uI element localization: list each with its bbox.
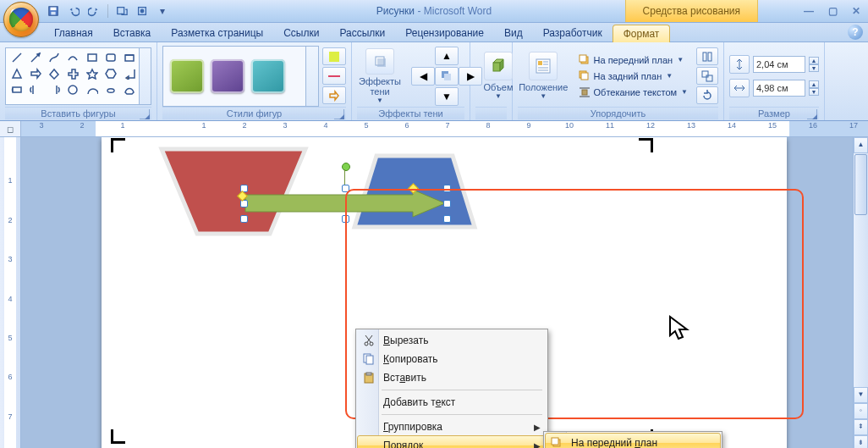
horizontal-ruler[interactable]: ◻ 3 2 1 1234567891011121314151617 [0, 121, 868, 137]
align-button[interactable] [696, 47, 718, 65]
margin-mark [111, 429, 125, 444]
send-to-back-button[interactable]: На задний план▼ [576, 69, 689, 84]
scroll-down-button[interactable]: ▼ [854, 387, 868, 403]
ctx-grouping[interactable]: Группировка▶ [358, 418, 546, 436]
tab-page-layout[interactable]: Разметка страницы [161, 25, 273, 41]
ctx-cut[interactable]: Вырезать [358, 331, 546, 350]
height-spinner[interactable]: ▲▼ [809, 57, 819, 72]
height-input[interactable]: 2,04 см [753, 56, 805, 73]
tab-developer[interactable]: Разработчик [533, 25, 613, 41]
office-button[interactable] [3, 2, 39, 37]
browse-object-button[interactable]: ◦ [854, 403, 868, 419]
ctx-copy[interactable]: Копировать [358, 350, 546, 368]
vertical-ruler[interactable]: 1234567 [0, 137, 21, 448]
resize-handle[interactable] [240, 215, 248, 223]
ctx-add-text[interactable]: Добавить текст [358, 393, 546, 412]
svg-rect-34 [580, 55, 586, 62]
rotate-handle[interactable] [342, 163, 350, 171]
text-wrap-icon [578, 86, 591, 99]
text-wrapping-button[interactable]: Обтекание текстом▼ [576, 85, 689, 100]
style-swatch-2[interactable] [211, 59, 244, 93]
tab-home[interactable]: Главная [44, 25, 103, 41]
tab-mailings[interactable]: Рассылки [329, 25, 395, 41]
shape-style-gallery[interactable] [162, 46, 319, 107]
svg-rect-40 [703, 53, 706, 61]
tab-references[interactable]: Ссылки [273, 25, 329, 41]
shadow-effects-button[interactable]: Эффекты тени ▼ [357, 47, 403, 106]
minimize-button[interactable]: — [802, 5, 816, 17]
dialog-launcher-icon[interactable] [807, 109, 817, 119]
next-page-button[interactable]: ⇟ [854, 435, 868, 448]
resize-handle[interactable] [443, 200, 451, 207]
ctx-bring-to-front[interactable]: На передний план [545, 433, 721, 448]
ribbon: Вставить фигуры Стили фигур [0, 42, 868, 121]
svg-marker-17 [106, 69, 116, 78]
ruler-scale: 3 2 1 1234567891011121314151617 [21, 121, 868, 136]
resize-handle[interactable] [342, 215, 349, 223]
dialog-launcher-icon[interactable] [334, 109, 344, 119]
style-swatch-1[interactable] [170, 59, 204, 93]
shape-fill-button[interactable] [322, 47, 346, 65]
ctx-order[interactable]: Порядок▶ [357, 435, 547, 448]
nudge-up-icon[interactable]: ▲ [435, 47, 459, 65]
change-shape-button[interactable] [322, 86, 346, 104]
nudge-left-icon[interactable]: ◀ [411, 67, 435, 86]
ctx-paste[interactable]: Вставить [358, 368, 546, 387]
qat-extra1-icon[interactable] [113, 3, 131, 19]
vertical-scrollbar[interactable]: ▲ ▼ ◦ ⇞ ⇟ [853, 137, 868, 448]
svg-marker-13 [31, 69, 41, 78]
undo-icon[interactable] [64, 3, 83, 19]
width-icon [729, 79, 750, 97]
redo-icon[interactable] [85, 3, 103, 19]
cursor-icon [668, 315, 690, 340]
prev-page-button[interactable]: ⇞ [854, 419, 868, 435]
group-label: Размер [729, 107, 819, 119]
scroll-up-button[interactable]: ▲ [854, 137, 868, 153]
svg-rect-37 [582, 90, 587, 95]
position-button[interactable]: Положение ▼ [518, 47, 569, 106]
resize-handle[interactable] [443, 185, 451, 192]
tab-review[interactable]: Рецензирование [395, 25, 494, 41]
resize-handle[interactable] [342, 185, 349, 192]
title-bar: ▾ Рисунки - Microsoft Word Средства рисо… [0, 0, 868, 23]
svg-marker-15 [69, 69, 78, 79]
svg-marker-73 [670, 317, 687, 339]
dialog-launcher-icon[interactable] [140, 109, 150, 119]
group-shadow: Эффекты тени ▼ ▲ ◀ ▶ ▼ Эффекты тени [352, 42, 470, 120]
help-button[interactable]: ? [848, 25, 863, 40]
shape-green-arrow[interactable] [244, 188, 447, 218]
qat-more-icon[interactable]: ▾ [153, 3, 172, 19]
group-3d: Объем ▼ [470, 42, 513, 120]
svg-rect-43 [706, 75, 712, 81]
tab-format[interactable]: Формат [613, 25, 671, 42]
resize-handle[interactable] [443, 215, 451, 223]
svg-rect-60 [552, 438, 558, 445]
rotate-button[interactable] [696, 86, 718, 104]
tab-view[interactable]: Вид [494, 25, 533, 41]
bring-to-front-button[interactable]: На передний план▼ [576, 53, 689, 68]
width-input[interactable]: 4,98 см [753, 80, 805, 97]
tab-insert[interactable]: Вставка [103, 25, 162, 41]
scroll-thumb[interactable] [854, 154, 867, 215]
shapes-gallery[interactable] [5, 47, 151, 105]
shadow-toggle-icon[interactable] [435, 67, 459, 86]
svg-rect-8 [88, 54, 96, 61]
bring-front-icon [549, 435, 564, 448]
save-icon[interactable] [44, 3, 63, 19]
close-button[interactable]: ✕ [849, 5, 863, 17]
maximize-button[interactable]: ▢ [826, 5, 839, 17]
svg-rect-23 [444, 74, 451, 80]
width-spinner[interactable]: ▲▼ [809, 80, 819, 96]
style-swatch-3[interactable] [251, 59, 285, 93]
context-menu: Вырезать Копировать Вставить Добавить те… [355, 329, 548, 448]
svg-rect-1 [51, 8, 57, 11]
group-arrange: Положение ▼ На передний план▼ На задний … [513, 42, 724, 120]
qat-extra2-icon[interactable] [133, 3, 151, 19]
group-button[interactable] [696, 67, 718, 85]
svg-marker-12 [13, 69, 21, 78]
document-area[interactable]: Вырезать Копировать Вставить Добавить те… [21, 137, 853, 448]
shape-outline-button[interactable] [322, 67, 346, 85]
ruler-corner[interactable]: ◻ [0, 121, 21, 136]
group-label: Стили фигур [162, 107, 346, 119]
nudge-down-icon[interactable]: ▼ [435, 87, 459, 106]
